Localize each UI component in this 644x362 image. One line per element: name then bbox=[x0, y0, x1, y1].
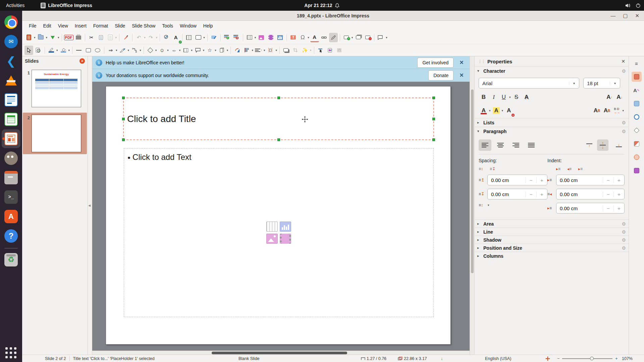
increase-spacing-icon[interactable]: ≡↕ bbox=[479, 167, 483, 171]
fit-slide-icon[interactable] bbox=[545, 356, 550, 361]
callout-shapes-dropdown[interactable]: ▾ bbox=[203, 49, 205, 52]
donate-button[interactable]: Donate bbox=[428, 70, 453, 80]
indent-after-decrease[interactable]: − bbox=[603, 191, 613, 197]
slides-panel-close-icon[interactable]: ✕ bbox=[79, 58, 85, 64]
dock-thunderbird-icon[interactable]: ✉ bbox=[2, 32, 20, 51]
undo-dropdown[interactable]: ▾ bbox=[144, 36, 146, 39]
open-button[interactable] bbox=[37, 33, 45, 42]
special-character-dropdown[interactable]: ▾ bbox=[308, 36, 309, 39]
activities-button[interactable]: Activities bbox=[0, 0, 31, 11]
dock-files-icon[interactable] bbox=[2, 168, 20, 187]
menu-tools[interactable]: Tools bbox=[159, 22, 176, 30]
insert-media-placeholder-icon[interactable] bbox=[280, 234, 291, 244]
area-settings-gear-icon[interactable]: ⚙ bbox=[622, 221, 626, 227]
dock-vlc-icon[interactable] bbox=[2, 71, 20, 90]
position-size-section-header[interactable]: ▸ Position and Size ⚙ bbox=[475, 244, 629, 252]
export-pdf-button[interactable]: PDF bbox=[64, 33, 73, 42]
save-button[interactable] bbox=[48, 33, 57, 42]
align-top-button[interactable]: ↑ bbox=[584, 139, 595, 151]
first-line-indent-decrease[interactable]: − bbox=[603, 205, 613, 211]
horizontal-scrollbar[interactable] bbox=[92, 351, 470, 355]
paragraph-settings-gear-icon[interactable]: ⚙ bbox=[622, 129, 626, 134]
gallery-deck-icon[interactable] bbox=[632, 99, 642, 109]
master-slides-deck-icon[interactable] bbox=[632, 166, 642, 176]
distribute-tool[interactable] bbox=[266, 46, 275, 55]
menu-slide-show[interactable]: Slide Show bbox=[128, 22, 159, 30]
zoom-slider[interactable]: − + bbox=[557, 356, 618, 361]
dock-terminal-icon[interactable]: >_ bbox=[2, 188, 20, 206]
minimize-button[interactable]: — bbox=[610, 13, 615, 18]
display-views-button[interactable] bbox=[194, 33, 203, 42]
show-draw-functions-button[interactable] bbox=[210, 33, 218, 42]
indent-after-spinbox[interactable]: 0.00 cm − + bbox=[556, 189, 625, 199]
zoom-level-status[interactable]: 107% bbox=[622, 356, 633, 361]
position-size-settings-gear-icon[interactable]: ⚙ bbox=[622, 245, 626, 251]
resize-handle-ne[interactable] bbox=[432, 97, 435, 99]
insert-table-dropdown[interactable]: ▾ bbox=[255, 36, 256, 39]
arrange-tool[interactable]: ↑ bbox=[254, 46, 263, 55]
copy-button[interactable] bbox=[97, 33, 105, 42]
document-modified-icon[interactable]: ↓ bbox=[441, 356, 443, 361]
space-below-value[interactable]: 0.00 cm bbox=[488, 191, 526, 197]
distribute-dropdown[interactable]: ▾ bbox=[275, 49, 277, 52]
slide-thumbnail-1[interactable]: 1 Sustainable Energy bbox=[24, 70, 86, 107]
basic-shapes-dropdown[interactable]: ▾ bbox=[155, 49, 157, 52]
styles-deck-icon[interactable]: A✎ bbox=[632, 85, 642, 95]
character-spacing-button[interactable]: B·D←→ bbox=[612, 106, 622, 115]
insert-chart-button[interactable] bbox=[276, 33, 284, 42]
clock-menu[interactable]: Apr 21 22:12 bbox=[304, 3, 339, 8]
align-vertical-center-button[interactable]: ↑↓ bbox=[597, 139, 608, 151]
indent-after-value[interactable]: 0.00 cm bbox=[556, 191, 603, 197]
lists-section-header[interactable]: ▸ Lists ⚙ bbox=[475, 118, 629, 127]
space-above-decrease[interactable]: − bbox=[526, 177, 536, 183]
rectangle-tool[interactable] bbox=[84, 46, 93, 55]
ellipse-tool[interactable] bbox=[93, 46, 102, 55]
dock-vscode-icon[interactable]: ❮ bbox=[2, 52, 20, 70]
indent-before-spinbox[interactable]: 0.00 cm − + bbox=[556, 175, 625, 185]
content-placeholder[interactable]: ● Click to add Text bbox=[124, 148, 434, 317]
slide-count-status[interactable]: Slide 2 of 2 bbox=[45, 356, 66, 361]
font-size-dropdown-icon[interactable]: ▾ bbox=[610, 81, 620, 85]
space-below-decrease[interactable]: − bbox=[526, 191, 536, 197]
new-slide-dropdown[interactable]: ▾ bbox=[352, 36, 353, 39]
connector-dropdown[interactable]: ▾ bbox=[140, 49, 141, 52]
columns-section-header[interactable]: ▸ Columns bbox=[475, 252, 629, 260]
increase-font-size-button[interactable]: A↑ bbox=[604, 93, 614, 102]
window-titlebar[interactable]: 189_4.pptx - LibreOffice Impress — ▢ ✕ bbox=[22, 11, 644, 21]
line-section-header[interactable]: ▸ Line ⚙ bbox=[475, 228, 629, 236]
decrease-font-size-button[interactable]: A↓ bbox=[614, 93, 625, 102]
connector-tool[interactable] bbox=[130, 46, 139, 55]
vertical-scrollbar[interactable] bbox=[470, 56, 474, 355]
subscript-button[interactable]: AB bbox=[602, 106, 612, 115]
system-status-area[interactable] bbox=[625, 3, 641, 8]
new-slide-button[interactable]: + bbox=[342, 33, 351, 42]
character-section-header[interactable]: ▾ Character ⚙ bbox=[475, 66, 629, 75]
menu-window[interactable]: Window bbox=[176, 22, 200, 30]
align-right-button[interactable] bbox=[509, 139, 522, 151]
dock-libreoffice-writer-icon[interactable] bbox=[2, 90, 20, 109]
fill-color-dropdown[interactable]: ▾ bbox=[68, 49, 70, 52]
decrease-spacing-icon[interactable]: ≡↧ bbox=[490, 167, 495, 171]
line-color-tool[interactable] bbox=[47, 46, 56, 55]
gluepoints-tool[interactable] bbox=[326, 46, 334, 55]
duplicate-slide-button[interactable] bbox=[354, 33, 363, 42]
shadow-settings-gear-icon[interactable]: ⚙ bbox=[622, 237, 626, 243]
paste-button[interactable] bbox=[106, 33, 115, 42]
image-filter-tool[interactable]: ✨ bbox=[301, 46, 309, 55]
find-replace-button[interactable] bbox=[162, 33, 171, 42]
line-color-dropdown[interactable]: ▾ bbox=[56, 49, 58, 52]
curve-dropdown[interactable]: ▾ bbox=[128, 49, 129, 52]
sidebar-grip-icon[interactable]: ⋮⋮ bbox=[478, 59, 485, 64]
slide-layout-status[interactable]: Blank Slide bbox=[238, 356, 260, 361]
paragraph-section-header[interactable]: ▾ Paragraph ⚙ bbox=[475, 127, 629, 135]
zoom-pan-tool[interactable] bbox=[34, 46, 43, 55]
insert-line-tool[interactable] bbox=[74, 46, 83, 55]
3d-objects-dropdown[interactable]: ▾ bbox=[227, 49, 228, 52]
hanging-indent-icon[interactable]: ▸≡ bbox=[578, 167, 583, 171]
maximize-button[interactable]: ▢ bbox=[623, 13, 628, 19]
dock-trash-icon[interactable]: ♻ bbox=[2, 250, 20, 269]
block-arrows-dropdown[interactable]: ▾ bbox=[179, 49, 181, 52]
character-spacing-dropdown[interactable]: ▾ bbox=[622, 109, 624, 112]
slide-canvas[interactable]: Click to add Title bbox=[92, 82, 470, 351]
display-grid-button[interactable] bbox=[184, 33, 193, 42]
